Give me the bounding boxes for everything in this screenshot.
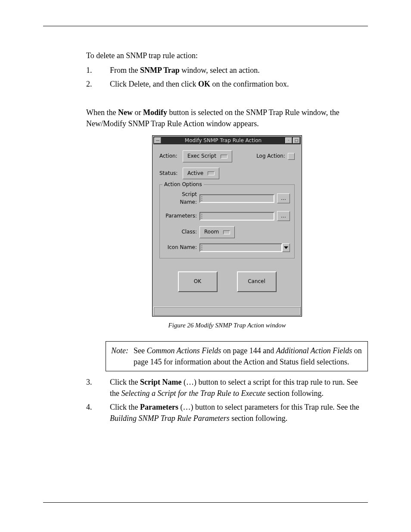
icon-name-row: Icon Name: (164, 243, 290, 252)
text-fragment: on page 144 and (221, 346, 276, 355)
log-action-checkbox[interactable] (288, 153, 295, 160)
step-number: 2. (86, 78, 110, 90)
dropdown-indicator-icon (223, 230, 230, 234)
parameters-row: Parameters: … (164, 211, 290, 221)
intro-paragraph: To delete an SNMP trap rule action: (86, 50, 368, 61)
footer-rule (43, 502, 368, 503)
maximize-button[interactable]: □ (293, 137, 300, 143)
step-text: Click the Parameters (…) button to selec… (110, 401, 368, 424)
header-rule (43, 26, 368, 26)
class-dropdown[interactable]: Room (199, 226, 235, 238)
note-body: See Common Actions Fields on page 144 an… (134, 345, 362, 367)
icon-name-input[interactable] (199, 243, 282, 252)
action-row: Action: Exec Script Log Action: (159, 150, 295, 162)
text-fragment: section following. (265, 389, 323, 398)
action-dropdown-value: Exec Script (187, 152, 216, 160)
step-number: 4. (86, 401, 110, 424)
text-fragment: (…) button to select parameters for this… (178, 403, 359, 411)
text-fragment: When the (86, 108, 118, 117)
class-dropdown-value: Room (204, 228, 219, 236)
parameters-input[interactable] (199, 212, 274, 221)
minimize-button[interactable]: · (285, 137, 292, 143)
text-bold: OK (198, 80, 210, 88)
text-fragment: window, select an action. (180, 66, 260, 75)
fieldset-legend: Action Options (162, 181, 204, 188)
step-text: From the SNMP Trap window, select an act… (110, 65, 368, 76)
dialog-figure: — Modify SNMP Trap Rule Action · □ Actio… (152, 135, 302, 316)
text-fragment: Click Delete, and then click (110, 80, 198, 88)
window-menu-button[interactable]: — (154, 137, 161, 143)
window-buttons: · □ (285, 137, 300, 143)
status-dropdown-value: Active (187, 170, 203, 177)
ok-button[interactable]: OK (178, 271, 218, 292)
text-bold: Parameters (140, 403, 178, 411)
delete-steps-list: 1. From the SNMP Trap window, select an … (86, 65, 368, 90)
note-label: Note: (111, 345, 134, 367)
status-row: Status: Active (159, 168, 295, 179)
log-action-group: Log Action: (256, 152, 295, 160)
dialog-titlebar: — Modify SNMP Trap Rule Action · □ (153, 137, 301, 144)
note-box: Note: See Common Actions Fields on page … (106, 341, 368, 371)
continued-steps-list: 3. Click the Script Name (…) button to s… (86, 376, 368, 424)
text-fragment: From the (110, 66, 140, 75)
class-label: Class: (164, 228, 199, 236)
dialog-title: Modify SNMP Trap Rule Action (161, 137, 285, 144)
status-dropdown[interactable]: Active (183, 168, 219, 179)
dropdown-indicator-icon (208, 171, 215, 175)
status-label: Status: (159, 170, 183, 177)
parameters-label: Parameters: (164, 212, 199, 220)
text-italic: Building SNMP Trap Rule Parameters (110, 414, 230, 423)
text-fragment: section following. (230, 414, 287, 423)
action-dropdown[interactable]: Exec Script (183, 150, 232, 162)
script-name-label: Script Name: (164, 191, 199, 206)
text-fragment: Click the (110, 378, 140, 386)
action-label: Action: (159, 152, 183, 160)
figure-caption: Figure 26 Modify SNMP Trap Action window (86, 321, 368, 330)
class-row: Class: Room (164, 226, 290, 238)
text-fragment: on the confirmation box. (210, 80, 289, 88)
dialog-statusbar (153, 307, 301, 315)
script-name-input[interactable] (199, 194, 274, 203)
step-text: Click Delete, and then click OK on the c… (110, 78, 368, 90)
body-text: To delete an SNMP trap rule action: 1. F… (86, 50, 368, 424)
text-fragment: or (133, 108, 143, 117)
text-italic: Additional Action Fields (276, 346, 352, 355)
icon-name-label: Icon Name: (164, 244, 199, 251)
parameters-browse-button[interactable]: … (277, 211, 290, 221)
page: To delete an SNMP trap rule action: 1. F… (0, 0, 411, 532)
cancel-button[interactable]: Cancel (237, 271, 277, 292)
mid-paragraph: When the New or Modify button is selecte… (86, 107, 368, 129)
script-name-row: Script Name: … (164, 191, 290, 206)
dialog-window: — Modify SNMP Trap Rule Action · □ Actio… (152, 135, 302, 316)
text-fragment: See (134, 346, 147, 355)
dialog-buttons-row: OK Cancel (159, 265, 295, 302)
step-text: Click the Script Name (…) button to sele… (110, 376, 368, 399)
dialog-client-area: Action: Exec Script Log Action: Status: (153, 144, 301, 305)
list-item: 4. Click the Parameters (…) button to se… (86, 401, 368, 424)
list-item: 1. From the SNMP Trap window, select an … (86, 65, 368, 76)
icon-name-dropdown-button[interactable] (282, 243, 290, 252)
text-bold: Modify (143, 108, 167, 117)
list-item: 2. Click Delete, and then click OK on th… (86, 78, 368, 90)
text-italic: Selecting a Script for the Trap Rule to … (121, 389, 266, 398)
chevron-down-icon (284, 246, 288, 249)
step-number: 3. (86, 376, 110, 399)
text-italic: Common Actions Fields (147, 346, 221, 355)
log-action-label: Log Action: (256, 152, 285, 160)
list-item: 3. Click the Script Name (…) button to s… (86, 376, 368, 399)
dropdown-indicator-icon (221, 155, 227, 159)
action-options-fieldset: Action Options Script Name: … Parameters… (159, 184, 295, 258)
text-bold: New (118, 108, 133, 117)
text-fragment: Click the (110, 403, 140, 411)
script-name-browse-button[interactable]: … (277, 193, 290, 203)
step-number: 1. (86, 65, 110, 76)
text-bold: SNMP Trap (140, 66, 180, 75)
text-bold: Script Name (140, 378, 181, 386)
